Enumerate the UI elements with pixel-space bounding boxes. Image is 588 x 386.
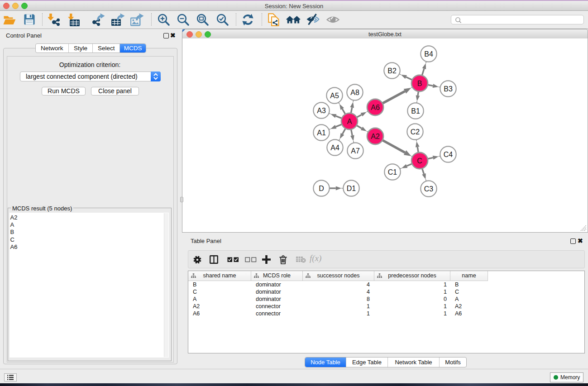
svg-text:A8: A8 bbox=[350, 89, 359, 96]
svg-text:D1: D1 bbox=[347, 185, 356, 192]
svg-text:A5: A5 bbox=[330, 92, 339, 100]
svg-text:D: D bbox=[319, 185, 324, 192]
svg-text:A4: A4 bbox=[330, 144, 339, 152]
svg-text:A7: A7 bbox=[351, 147, 360, 155]
svg-text:C: C bbox=[417, 157, 422, 165]
svg-text:A1: A1 bbox=[317, 129, 326, 137]
svg-text:B3: B3 bbox=[444, 85, 453, 93]
svg-text:B2: B2 bbox=[387, 67, 397, 75]
svg-text:A3: A3 bbox=[317, 107, 326, 114]
svg-text:B: B bbox=[417, 80, 422, 87]
svg-text:A6: A6 bbox=[371, 104, 380, 111]
svg-text:B4: B4 bbox=[424, 50, 433, 58]
svg-text:A: A bbox=[347, 118, 352, 125]
svg-text:C3: C3 bbox=[424, 185, 434, 193]
svg-text:C1: C1 bbox=[388, 168, 397, 176]
svg-text:C4: C4 bbox=[444, 151, 453, 158]
svg-text:B1: B1 bbox=[411, 107, 420, 115]
svg-text:A2: A2 bbox=[371, 133, 380, 140]
svg-text:C2: C2 bbox=[411, 128, 420, 136]
